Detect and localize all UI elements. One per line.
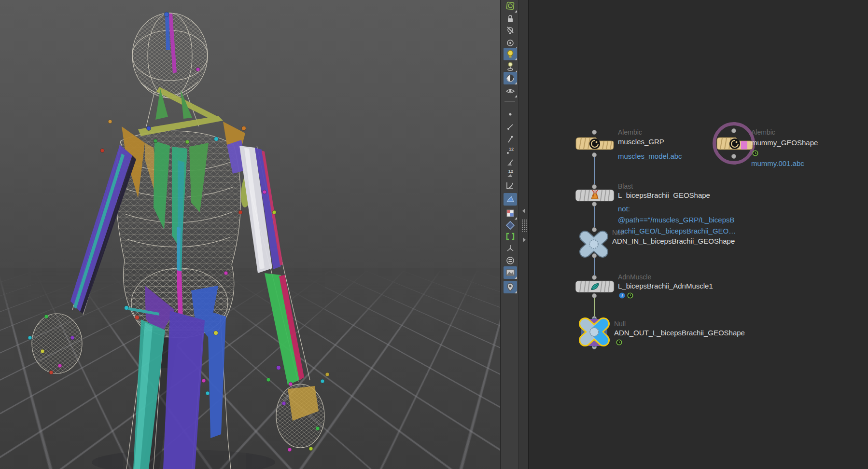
point-numbers-button[interactable]: 12: [504, 145, 517, 157]
info-badge-icon[interactable]: i: [619, 292, 625, 299]
node-type-label: Null: [612, 229, 624, 236]
output-connector[interactable]: [592, 293, 597, 298]
svg-text:12: 12: [509, 147, 514, 152]
node-type-label: Null: [614, 320, 626, 328]
xray-button[interactable]: [504, 207, 517, 220]
wire-blast-to-adnin: [594, 206, 595, 229]
toolbar-separator: [504, 101, 515, 102]
node-name-label: L_bicepsBrachii_AdnMuscle1: [618, 282, 713, 290]
primitive-numbers-button[interactable]: 12: [504, 167, 517, 180]
points-icon: [505, 109, 516, 120]
comment-line: rachii_GEO/L_bicepsBrachii_GEO…: [618, 225, 736, 236]
point-normals-icon: [505, 122, 516, 133]
profile-curves-icon: [505, 180, 516, 191]
time-dependent-icon: [752, 150, 758, 156]
lights-off-button[interactable]: [504, 25, 517, 37]
node-name-label: muscles_GRP: [618, 138, 664, 146]
vector-fan-button[interactable]: [504, 242, 517, 255]
point-markers-button[interactable]: [504, 133, 517, 146]
comment-line: not:: [618, 203, 736, 214]
node-name-label: ADN_IN_L_bicepsBrachii_GEOShape: [612, 237, 735, 245]
headlight-icon: [505, 38, 516, 48]
high-quality-lights-button[interactable]: [504, 60, 517, 73]
snapshot-pin-button[interactable]: [504, 281, 517, 293]
houdini-workspace: { "viewport": { "content": "wireframe-ec…: [0, 0, 868, 469]
svg-text:12: 12: [508, 169, 513, 174]
input-connector[interactable]: [731, 128, 736, 133]
node-null-adn-out[interactable]: [577, 317, 611, 348]
wire-adnin-to-adnmuscle: [594, 257, 595, 276]
node-blast[interactable]: [574, 188, 615, 203]
point-markers-icon: [505, 134, 516, 145]
ghost-objects-button[interactable]: [504, 0, 517, 13]
visualizers-icon: [505, 255, 516, 266]
visibility-button[interactable]: [504, 85, 517, 97]
time-dependent-icon: [627, 292, 633, 299]
output-connector[interactable]: [592, 152, 597, 157]
splitter-drag-handle[interactable]: [521, 219, 527, 232]
node-type-label: Alembic: [618, 128, 642, 136]
point-normals-button[interactable]: [504, 121, 517, 134]
display-options-toolbar: 12 12: [500, 0, 518, 469]
ghost-objects-icon: [505, 1, 516, 12]
node-alembic-muscles-grp[interactable]: [574, 135, 615, 151]
time-dependent-icon: [616, 339, 622, 345]
profile-curves-button[interactable]: [504, 179, 517, 192]
comment-line: @path=="/muscles_GRP/L_bicepsB: [618, 214, 736, 225]
background-image-icon: [505, 267, 516, 278]
primitive-normals-icon: [505, 157, 516, 168]
node-alembic-mummy[interactable]: [715, 135, 754, 151]
node-comment: mummy.001.abc: [751, 158, 804, 169]
group-brackets-icon: [505, 231, 516, 242]
node-adnmuscle[interactable]: [574, 279, 615, 294]
eye-icon: [505, 86, 516, 97]
collapse-left-arrow[interactable]: [522, 208, 525, 213]
display-points-button[interactable]: [504, 108, 517, 121]
xray-icon: [505, 208, 516, 219]
node-null-adn-in[interactable]: [578, 230, 609, 258]
node-type-label: Blast: [618, 182, 633, 190]
wire-muscles-to-blast: [594, 156, 595, 185]
node-name-label: ADN_OUT_L_bicepsBrachii_GEOShape: [614, 329, 745, 337]
pane-splitter[interactable]: [518, 0, 529, 469]
group-list-button[interactable]: [504, 230, 517, 243]
output-connector[interactable]: [731, 154, 736, 159]
pivot-diamond-icon: [505, 220, 516, 231]
normal-lights-button[interactable]: [504, 48, 517, 60]
network-editor[interactable]: Alembic muscles_GRP muscles_model.abc Al…: [529, 0, 868, 469]
visualizers-button[interactable]: [504, 254, 517, 267]
node-type-label: AdnMuscle: [618, 273, 651, 281]
node-name-label: L_bicepsBrachii_GEOShape: [618, 191, 710, 199]
node-comment: muscles_model.abc: [618, 151, 682, 162]
primitive-numbers-icon: 12: [505, 168, 516, 179]
normal-lights-icon: [505, 49, 516, 59]
shaded-mode-button[interactable]: [504, 193, 517, 206]
node-comment: not: @path=="/muscles_GRP/L_bicepsB rach…: [618, 203, 736, 236]
ecorche-wireframe-character: [0, 0, 500, 469]
lights-off-icon: [505, 26, 516, 36]
lock-button[interactable]: [504, 13, 517, 25]
collapse-right-arrow[interactable]: [523, 237, 526, 242]
node-name-label: mummy_GEOShape: [751, 138, 818, 147]
shaded-cone-icon: [505, 194, 516, 205]
fan-icon: [505, 243, 516, 254]
viewport-3d[interactable]: [0, 0, 500, 469]
display-materials-button[interactable]: [504, 72, 517, 84]
node-type-label: Alembic: [751, 128, 775, 136]
material-ball-icon: [505, 73, 516, 83]
map-pin-icon: [505, 282, 516, 292]
input-connector[interactable]: [592, 130, 597, 135]
background-image-button[interactable]: [504, 266, 517, 279]
wire-adnmuscle-to-adnout: [594, 297, 595, 317]
point-numbers-icon: 12: [505, 146, 516, 156]
high-quality-lights-icon: [505, 61, 516, 72]
lock-icon: [505, 14, 516, 24]
